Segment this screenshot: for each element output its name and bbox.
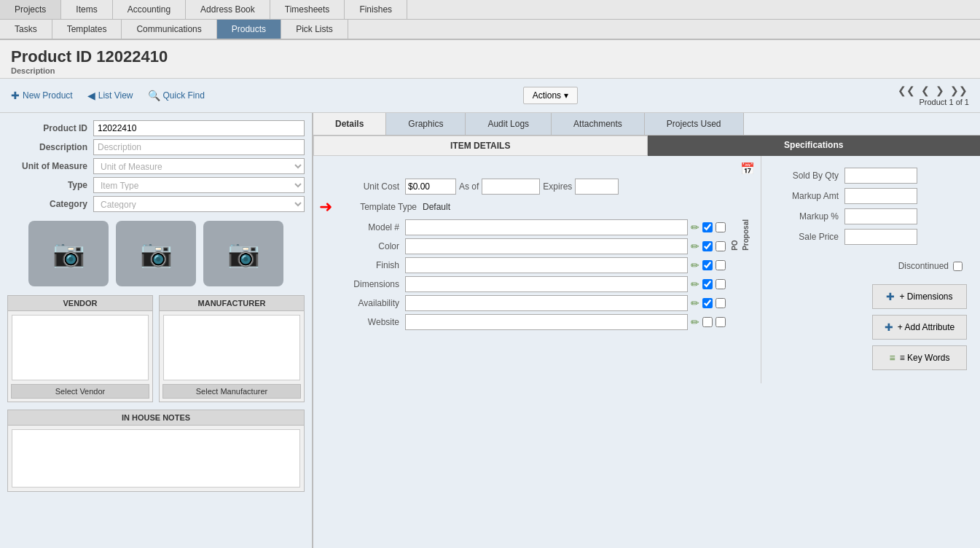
add-attribute-icon: ✚	[885, 321, 893, 333]
sold-by-qty-input[interactable]	[844, 168, 917, 184]
type-select[interactable]: Item Type	[93, 177, 305, 193]
nav-items[interactable]: Items	[61, 0, 112, 19]
category-row: Category Category	[7, 196, 305, 212]
nav-address-book[interactable]: Address Book	[186, 0, 270, 19]
color-actions: ✏	[691, 240, 726, 252]
select-manufacturer-button[interactable]: Select Manufacturer	[162, 384, 301, 399]
expires-label: Expires	[543, 181, 572, 192]
page-title: Product ID 12022410	[11, 47, 969, 66]
website-proposal-checkbox[interactable]	[716, 317, 726, 327]
nav-products[interactable]: Products	[217, 20, 281, 39]
nav-pick-lists[interactable]: Pick Lists	[281, 20, 348, 39]
website-edit-icon[interactable]: ✏	[691, 316, 699, 328]
new-product-button[interactable]: ✚ New Product	[11, 90, 73, 101]
nav-timesheets[interactable]: Timesheets	[270, 0, 345, 19]
nav-templates[interactable]: Templates	[52, 20, 122, 39]
availability-actions: ✏	[691, 297, 726, 309]
camera-icon-3: 📷	[227, 238, 260, 269]
po-proposal-labels: PO Proposal	[726, 219, 755, 333]
camera-icon-1: 📷	[52, 238, 85, 269]
availability-proposal-checkbox[interactable]	[716, 298, 726, 308]
select-vendor-button[interactable]: Select Vendor	[11, 384, 149, 399]
manufacturer-header: MANUFACTURER	[160, 296, 304, 311]
add-attribute-button[interactable]: ✚ + Add Attribute	[872, 315, 967, 340]
tab-graphics[interactable]: Graphics	[386, 113, 466, 135]
add-attribute-label: + Add Attribute	[898, 322, 954, 332]
dimensions-proposal-checkbox[interactable]	[716, 279, 726, 289]
tab-projects-used[interactable]: Projects Used	[645, 113, 744, 135]
camera-image-2[interactable]: 📷	[116, 221, 196, 286]
unit-cost-input[interactable]	[405, 179, 456, 195]
availability-input[interactable]	[405, 295, 688, 311]
actions-arrow-icon: ▾	[564, 90, 568, 101]
description-row: Description	[7, 139, 305, 155]
tab-audit-logs[interactable]: Audit Logs	[466, 113, 552, 135]
website-input[interactable]	[405, 314, 688, 330]
color-proposal-checkbox[interactable]	[716, 241, 726, 251]
last-page-arrow[interactable]: ❯❯	[949, 85, 969, 96]
sale-price-input[interactable]	[844, 229, 917, 245]
type-label: Type	[7, 180, 87, 190]
product-id-label: Product ID	[7, 123, 87, 133]
main-content: Product ID Description Unit of Measure U…	[0, 113, 980, 548]
uom-select[interactable]: Unit of Measure	[93, 158, 305, 174]
tab-attachments[interactable]: Attachments	[552, 113, 645, 135]
color-edit-icon[interactable]: ✏	[691, 240, 699, 252]
discontinued-checkbox[interactable]	[953, 262, 963, 271]
finish-edit-icon[interactable]: ✏	[691, 259, 699, 271]
color-input[interactable]	[405, 238, 688, 254]
product-id-input[interactable]	[93, 120, 305, 136]
list-view-button[interactable]: ◀ List View	[87, 90, 133, 101]
availability-po-checkbox[interactable]	[702, 298, 713, 308]
nav-tasks[interactable]: Tasks	[0, 20, 52, 39]
manufacturer-box: MANUFACTURER Select Manufacturer	[159, 295, 305, 402]
quick-find-button[interactable]: 🔍 Quick Find	[148, 90, 205, 101]
dimensions-row: Dimensions ✏	[319, 276, 726, 292]
uom-label: Unit of Measure	[7, 161, 87, 171]
specs-fields: Sold By Qty Markup Amt Markup % Sal	[767, 162, 974, 255]
dimensions-button[interactable]: ✚ + Dimensions	[872, 284, 967, 309]
finish-label: Finish	[319, 260, 399, 270]
key-words-label: ≡ Key Words	[900, 353, 950, 363]
expires-input[interactable]	[575, 179, 619, 195]
nav-communications[interactable]: Communications	[122, 20, 216, 39]
next-page-arrow[interactable]: ❯	[934, 85, 946, 96]
product-counter: Product 1 of 1	[896, 98, 969, 106]
dimensions-edit-icon[interactable]: ✏	[691, 278, 699, 290]
dimensions-po-checkbox[interactable]	[702, 279, 713, 289]
finish-input[interactable]	[405, 257, 688, 273]
camera-image-3[interactable]: 📷	[203, 221, 283, 286]
calendar-icon[interactable]: 📅	[740, 162, 755, 176]
nav-finishes[interactable]: Finishes	[345, 0, 407, 19]
markup-amt-input[interactable]	[844, 188, 917, 204]
actions-button[interactable]: Actions ▾	[523, 87, 578, 104]
model-proposal-checkbox[interactable]	[716, 222, 726, 232]
color-po-checkbox[interactable]	[702, 241, 713, 251]
availability-label: Availability	[319, 298, 399, 308]
left-panel: Product ID Description Unit of Measure U…	[0, 113, 313, 548]
model-edit-icon[interactable]: ✏	[691, 222, 699, 233]
nav-accounting[interactable]: Accounting	[113, 0, 186, 19]
tab-details[interactable]: Details	[313, 113, 386, 135]
nav-projects[interactable]: Projects	[0, 0, 61, 19]
as-of-input[interactable]	[482, 179, 540, 195]
dimensions-actions: ✏	[691, 278, 726, 290]
notes-area[interactable]	[12, 429, 300, 488]
markup-pct-input[interactable]	[844, 208, 917, 224]
model-input[interactable]	[405, 219, 688, 235]
model-po-checkbox[interactable]	[702, 222, 713, 232]
sale-price-label: Sale Price	[773, 232, 839, 242]
prev-page-arrow[interactable]: ❮	[920, 85, 931, 96]
key-words-button[interactable]: ≡ ≡ Key Words	[872, 345, 967, 370]
template-type-label: Template Type	[337, 202, 417, 212]
availability-edit-icon[interactable]: ✏	[691, 297, 699, 309]
finish-proposal-checkbox[interactable]	[716, 260, 726, 270]
first-page-arrow[interactable]: ❮❮	[896, 85, 917, 96]
website-po-checkbox[interactable]	[702, 317, 713, 327]
description-label: Description	[7, 142, 87, 152]
dimensions-input[interactable]	[405, 276, 688, 292]
camera-image-1[interactable]: 📷	[28, 221, 109, 286]
description-input[interactable]	[93, 139, 305, 155]
finish-po-checkbox[interactable]	[702, 260, 713, 270]
category-select[interactable]: Category	[93, 196, 305, 212]
